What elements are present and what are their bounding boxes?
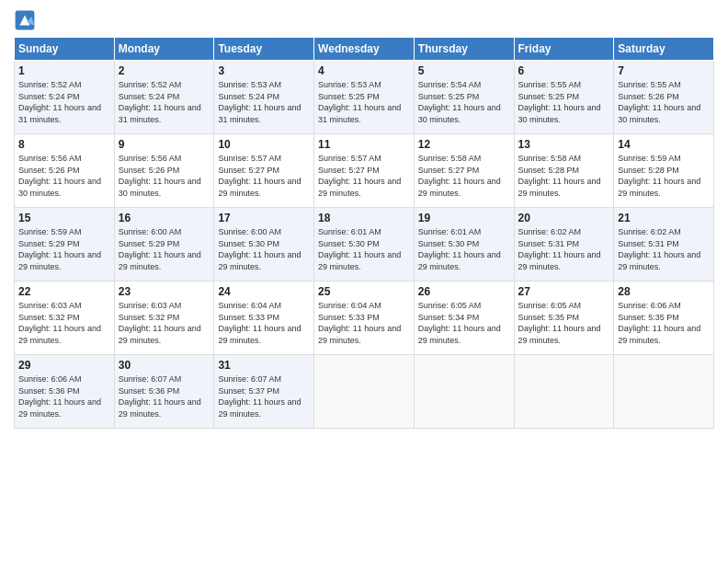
calendar-week-row: 29 Sunrise: 6:06 AM Sunset: 5:36 PM Dayl…	[15, 355, 714, 429]
day-number: 4	[318, 64, 410, 77]
day-number: 25	[318, 285, 410, 298]
calendar-cell: 1 Sunrise: 5:52 AM Sunset: 5:24 PM Dayli…	[15, 61, 115, 134]
day-info: Sunrise: 6:01 AM Sunset: 5:30 PM Dayligh…	[418, 226, 510, 272]
calendar-cell: 12 Sunrise: 5:58 AM Sunset: 5:27 PM Dayl…	[414, 134, 514, 208]
calendar-cell: 17 Sunrise: 6:00 AM Sunset: 5:30 PM Dayl…	[214, 208, 314, 282]
calendar-cell: 7 Sunrise: 5:55 AM Sunset: 5:26 PM Dayli…	[614, 61, 714, 134]
day-info: Sunrise: 6:00 AM Sunset: 5:29 PM Dayligh…	[119, 226, 210, 272]
day-info: Sunrise: 5:52 AM Sunset: 5:24 PM Dayligh…	[18, 79, 110, 125]
calendar-cell: 4 Sunrise: 5:53 AM Sunset: 5:25 PM Dayli…	[314, 61, 415, 134]
day-info: Sunrise: 6:01 AM Sunset: 5:30 PM Dayligh…	[318, 226, 410, 272]
calendar-cell: 15 Sunrise: 5:59 AM Sunset: 5:29 PM Dayl…	[15, 208, 115, 282]
calendar-cell: 26 Sunrise: 6:05 AM Sunset: 5:34 PM Dayl…	[414, 282, 514, 355]
calendar-cell: 11 Sunrise: 5:57 AM Sunset: 5:27 PM Dayl…	[314, 134, 415, 208]
day-number: 24	[218, 285, 310, 298]
day-number: 30	[119, 359, 210, 372]
calendar-cell: 13 Sunrise: 5:58 AM Sunset: 5:28 PM Dayl…	[514, 134, 614, 208]
day-number: 23	[119, 285, 210, 298]
day-info: Sunrise: 6:04 AM Sunset: 5:33 PM Dayligh…	[218, 300, 310, 346]
weekday-header-wednesday: Wednesday	[314, 38, 415, 61]
calendar-cell: 3 Sunrise: 5:53 AM Sunset: 5:24 PM Dayli…	[214, 61, 314, 134]
calendar-cell: 18 Sunrise: 6:01 AM Sunset: 5:30 PM Dayl…	[314, 208, 415, 282]
day-number: 13	[518, 138, 610, 151]
calendar-cell: 8 Sunrise: 5:56 AM Sunset: 5:26 PM Dayli…	[15, 134, 115, 208]
calendar-cell: 28 Sunrise: 6:06 AM Sunset: 5:35 PM Dayl…	[614, 282, 714, 355]
calendar-cell: 25 Sunrise: 6:04 AM Sunset: 5:33 PM Dayl…	[314, 282, 415, 355]
day-info: Sunrise: 5:55 AM Sunset: 5:26 PM Dayligh…	[618, 79, 710, 125]
day-number: 12	[418, 138, 510, 151]
weekday-header-saturday: Saturday	[614, 38, 714, 61]
day-info: Sunrise: 5:59 AM Sunset: 5:29 PM Dayligh…	[18, 226, 110, 272]
day-number: 21	[618, 212, 710, 224]
day-info: Sunrise: 5:54 AM Sunset: 5:25 PM Dayligh…	[418, 79, 510, 125]
day-number: 7	[618, 64, 710, 77]
logo-icon	[14, 9, 36, 31]
day-number: 1	[18, 64, 110, 77]
calendar-cell: 24 Sunrise: 6:04 AM Sunset: 5:33 PM Dayl…	[214, 282, 314, 355]
calendar-table: SundayMondayTuesdayWednesdayThursdayFrid…	[14, 37, 714, 429]
day-number: 22	[18, 285, 110, 298]
calendar-cell: 10 Sunrise: 5:57 AM Sunset: 5:27 PM Dayl…	[214, 134, 314, 208]
calendar-cell: 29 Sunrise: 6:06 AM Sunset: 5:36 PM Dayl…	[15, 355, 115, 429]
day-number: 14	[618, 138, 710, 151]
calendar-cell	[614, 355, 714, 429]
day-info: Sunrise: 5:53 AM Sunset: 5:24 PM Dayligh…	[218, 79, 310, 125]
header-row: SundayMondayTuesdayWednesdayThursdayFrid…	[15, 38, 714, 61]
calendar-cell	[314, 355, 415, 429]
day-info: Sunrise: 6:02 AM Sunset: 5:31 PM Dayligh…	[618, 226, 710, 272]
calendar-cell: 19 Sunrise: 6:01 AM Sunset: 5:30 PM Dayl…	[414, 208, 514, 282]
day-info: Sunrise: 6:00 AM Sunset: 5:30 PM Dayligh…	[218, 226, 310, 272]
weekday-header-tuesday: Tuesday	[214, 38, 314, 61]
day-info: Sunrise: 6:06 AM Sunset: 5:35 PM Dayligh…	[618, 300, 710, 346]
day-number: 11	[318, 138, 410, 151]
calendar-cell: 30 Sunrise: 6:07 AM Sunset: 5:36 PM Dayl…	[114, 355, 214, 429]
day-number: 3	[218, 64, 310, 77]
page-header	[14, 9, 714, 31]
day-info: Sunrise: 5:53 AM Sunset: 5:25 PM Dayligh…	[318, 79, 410, 125]
day-info: Sunrise: 6:02 AM Sunset: 5:31 PM Dayligh…	[518, 226, 610, 272]
day-number: 9	[119, 138, 210, 151]
calendar-cell: 2 Sunrise: 5:52 AM Sunset: 5:24 PM Dayli…	[114, 61, 214, 134]
day-info: Sunrise: 5:52 AM Sunset: 5:24 PM Dayligh…	[119, 79, 210, 125]
calendar-cell: 6 Sunrise: 5:55 AM Sunset: 5:25 PM Dayli…	[514, 61, 614, 134]
day-number: 8	[18, 138, 110, 151]
weekday-header-sunday: Sunday	[15, 38, 115, 61]
day-number: 18	[318, 212, 410, 224]
day-info: Sunrise: 5:57 AM Sunset: 5:27 PM Dayligh…	[218, 153, 310, 199]
day-info: Sunrise: 6:05 AM Sunset: 5:34 PM Dayligh…	[418, 300, 510, 346]
day-number: 27	[518, 285, 610, 298]
day-number: 15	[18, 212, 110, 224]
day-info: Sunrise: 5:57 AM Sunset: 5:27 PM Dayligh…	[318, 153, 410, 199]
calendar-cell	[514, 355, 614, 429]
calendar-week-row: 22 Sunrise: 6:03 AM Sunset: 5:32 PM Dayl…	[15, 282, 714, 355]
day-info: Sunrise: 5:56 AM Sunset: 5:26 PM Dayligh…	[119, 153, 210, 199]
day-info: Sunrise: 6:06 AM Sunset: 5:36 PM Dayligh…	[18, 373, 110, 419]
weekday-header-thursday: Thursday	[414, 38, 514, 61]
calendar-cell: 23 Sunrise: 6:03 AM Sunset: 5:32 PM Dayl…	[114, 282, 214, 355]
calendar-cell: 14 Sunrise: 5:59 AM Sunset: 5:28 PM Dayl…	[614, 134, 714, 208]
day-number: 6	[518, 64, 610, 77]
day-info: Sunrise: 5:58 AM Sunset: 5:27 PM Dayligh…	[418, 153, 510, 199]
day-info: Sunrise: 6:05 AM Sunset: 5:35 PM Dayligh…	[518, 300, 610, 346]
day-info: Sunrise: 5:59 AM Sunset: 5:28 PM Dayligh…	[618, 153, 710, 199]
day-number: 19	[418, 212, 510, 224]
calendar-week-row: 15 Sunrise: 5:59 AM Sunset: 5:29 PM Dayl…	[15, 208, 714, 282]
day-number: 31	[218, 359, 310, 372]
weekday-header-monday: Monday	[114, 38, 214, 61]
day-number: 20	[518, 212, 610, 224]
calendar-cell: 20 Sunrise: 6:02 AM Sunset: 5:31 PM Dayl…	[514, 208, 614, 282]
day-info: Sunrise: 6:03 AM Sunset: 5:32 PM Dayligh…	[119, 300, 210, 346]
calendar-cell: 22 Sunrise: 6:03 AM Sunset: 5:32 PM Dayl…	[15, 282, 115, 355]
day-info: Sunrise: 5:56 AM Sunset: 5:26 PM Dayligh…	[18, 153, 110, 199]
day-number: 16	[119, 212, 210, 224]
calendar-cell: 21 Sunrise: 6:02 AM Sunset: 5:31 PM Dayl…	[614, 208, 714, 282]
day-number: 26	[418, 285, 510, 298]
calendar-cell	[414, 355, 514, 429]
calendar-week-row: 8 Sunrise: 5:56 AM Sunset: 5:26 PM Dayli…	[15, 134, 714, 208]
day-number: 10	[218, 138, 310, 151]
day-info: Sunrise: 6:03 AM Sunset: 5:32 PM Dayligh…	[18, 300, 110, 346]
calendar-cell: 5 Sunrise: 5:54 AM Sunset: 5:25 PM Dayli…	[414, 61, 514, 134]
calendar-week-row: 1 Sunrise: 5:52 AM Sunset: 5:24 PM Dayli…	[15, 61, 714, 134]
weekday-header-friday: Friday	[514, 38, 614, 61]
day-info: Sunrise: 6:07 AM Sunset: 5:36 PM Dayligh…	[119, 373, 210, 419]
